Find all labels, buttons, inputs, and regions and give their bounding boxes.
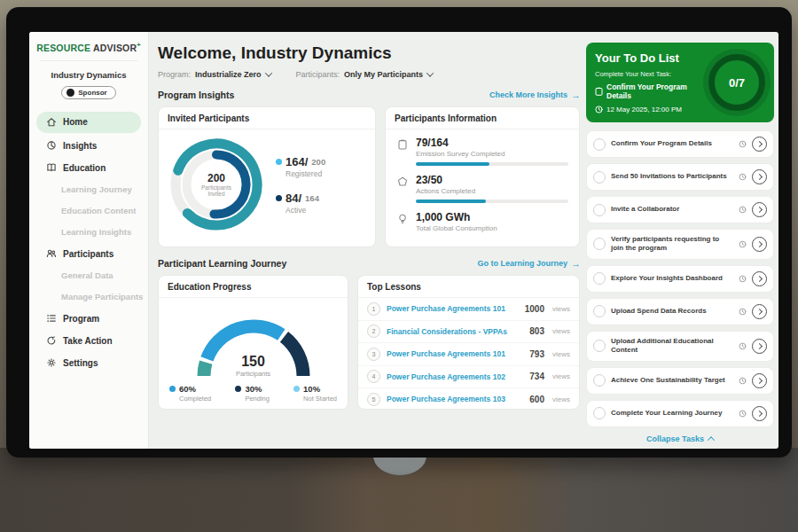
rank-badge: 4 (367, 370, 380, 383)
participants-dropdown[interactable]: Participants: Only My Participants (296, 70, 434, 79)
checkbox[interactable] (593, 204, 606, 216)
rank-badge: 1 (367, 302, 380, 316)
rank-badge: 5 (367, 393, 380, 406)
chevron-down-icon (264, 69, 271, 76)
legend-not-started: 10% Not Started (293, 384, 337, 403)
page-title: Welcome, Industry Dynamics (158, 43, 581, 63)
clock-icon (739, 140, 747, 148)
checkbox[interactable] (593, 272, 606, 285)
task-row[interactable]: Send 50 Invitations to Participants (586, 163, 774, 191)
lesson-link[interactable]: Power Purchase Agreements 101 (387, 349, 523, 358)
clock-icon (739, 410, 747, 418)
legend-completed: 60% Completed (169, 384, 211, 403)
clock-icon (739, 342, 747, 350)
book-icon (46, 162, 57, 173)
sidebar-item-manage-participants[interactable]: Manage Participants (29, 286, 148, 308)
pending-dot (235, 386, 241, 392)
open-task-button[interactable] (752, 202, 767, 217)
education-gauge-chart: 150 Participants (174, 300, 333, 379)
sidebar-item-home[interactable]: Home (36, 112, 141, 133)
lesson-row: 1 Power Purchase Agreements 101 1000view… (358, 298, 579, 321)
registered-dot (276, 159, 282, 165)
open-task-button[interactable] (752, 169, 767, 184)
legend-registered: 164/200 Registered (276, 155, 325, 178)
completed-dot (169, 386, 176, 392)
sidebar-item-participants[interactable]: Participants (29, 243, 148, 265)
todo-panel: Your To Do List Complete Your Next Task:… (586, 32, 774, 449)
gear-icon (46, 357, 57, 368)
chevron-up-icon (708, 436, 715, 443)
main-content: Welcome, Industry Dynamics Program: Indu… (149, 32, 586, 449)
program-dropdown[interactable]: Program: Industrialize Zero (158, 70, 271, 79)
invited-participants-card: Invited Participants 200 Partic (158, 106, 376, 247)
insights-icon (46, 140, 57, 151)
legend-active: 84/164 Active (276, 192, 325, 215)
participants-information-card: Participants Information 79/164 Emission… (385, 106, 580, 247)
go-to-learning-journey-link[interactable]: Go to Learning Journey→ (477, 259, 581, 269)
chevron-down-icon (426, 69, 434, 76)
check-more-insights-link[interactable]: Check More Insights→ (489, 90, 581, 100)
open-task-button[interactable] (752, 304, 767, 319)
lesson-link[interactable]: Power Purchase Agreements 102 (387, 372, 523, 381)
home-icon (46, 117, 57, 128)
list-icon (46, 313, 57, 324)
lesson-link[interactable]: Power Purchase Agreements 103 (387, 395, 523, 403)
checkbox[interactable] (593, 171, 606, 184)
divider (40, 60, 137, 61)
checkbox[interactable] (593, 407, 606, 419)
task-list: Confirm Your Program Details Send 50 Inv… (586, 130, 774, 433)
sidebar-item-learning-insights[interactable]: Learning Insights (29, 222, 148, 243)
not-started-dot (293, 386, 300, 392)
clipboard-icon (396, 137, 409, 151)
arrow-right-icon: → (571, 259, 581, 269)
sponsor-icon (66, 89, 74, 97)
rank-badge: 2 (367, 325, 380, 338)
checkbox[interactable] (593, 305, 606, 317)
stat-consumption: 1,000 GWh Total Global Consumption (396, 211, 568, 232)
task-row[interactable]: Verify participants requesting to join t… (586, 229, 774, 260)
sidebar-item-insights[interactable]: Insights (29, 135, 148, 157)
bulb-icon (396, 211, 409, 225)
sidebar-item-program[interactable]: Program (29, 308, 148, 330)
checkbox[interactable] (593, 374, 606, 387)
checkbox[interactable] (593, 238, 606, 250)
sidebar-item-settings[interactable]: Settings (29, 352, 148, 374)
task-row[interactable]: Invite a Collaborator (586, 196, 774, 223)
task-row[interactable]: Upload Additional Educational Content (586, 331, 774, 362)
task-row[interactable]: Confirm Your Program Details (586, 130, 774, 158)
sidebar-item-education-content[interactable]: Education Content (29, 200, 148, 222)
task-row[interactable]: Upload Spend Data Records (586, 298, 774, 325)
open-task-button[interactable] (752, 271, 767, 286)
clipboard-icon (595, 87, 603, 96)
sidebar-item-general-data[interactable]: General Data (29, 265, 148, 286)
sidebar-item-learning-journey[interactable]: Learning Journey (29, 179, 148, 200)
open-task-button[interactable] (752, 406, 767, 421)
sidebar: RESOURCE ADVISOR+ Industry Dynamics Spon… (29, 32, 149, 449)
arrow-right-icon: → (571, 90, 581, 100)
lesson-link[interactable]: Financial Considerations - VPPAs (387, 327, 523, 336)
sidebar-item-take-action[interactable]: Take Action (29, 330, 148, 352)
lesson-row: 2 Financial Considerations - VPPAs 803vi… (358, 321, 579, 344)
program-insights-title: Program Insights (158, 90, 234, 100)
checkbox[interactable] (593, 340, 606, 352)
invited-donut-chart: 200 Participants Invited (164, 132, 269, 237)
clock-icon (739, 206, 747, 214)
lesson-link[interactable]: Power Purchase Agreements 101 (387, 304, 519, 313)
checkbox[interactable] (593, 138, 606, 151)
collapse-tasks-link[interactable]: Collapse Tasks (586, 434, 774, 443)
sidebar-item-education[interactable]: Education (29, 157, 148, 179)
open-task-button[interactable] (752, 373, 767, 388)
education-progress-card: Education Progress 150 Participants (158, 275, 348, 410)
todo-header: Your To Do List Complete Your Next Task:… (586, 43, 774, 122)
open-task-button[interactable] (752, 339, 767, 354)
sidebar-nav: Home Insights Education Learning Journey… (29, 112, 148, 374)
task-row[interactable]: Explore Your Insights Dashboard (586, 265, 774, 293)
open-task-button[interactable] (752, 237, 767, 252)
open-task-button[interactable] (752, 137, 767, 152)
task-row[interactable]: Complete Your Learning Journey (586, 400, 774, 427)
todo-counter: 0/7 (708, 54, 765, 111)
app-logo: RESOURCE ADVISOR+ (29, 41, 148, 53)
task-row[interactable]: Achieve One Sustainability Target (586, 367, 774, 395)
top-lessons-card: Top Lessons 1 Power Purchase Agreements … (357, 275, 580, 410)
clock-icon (739, 308, 747, 316)
